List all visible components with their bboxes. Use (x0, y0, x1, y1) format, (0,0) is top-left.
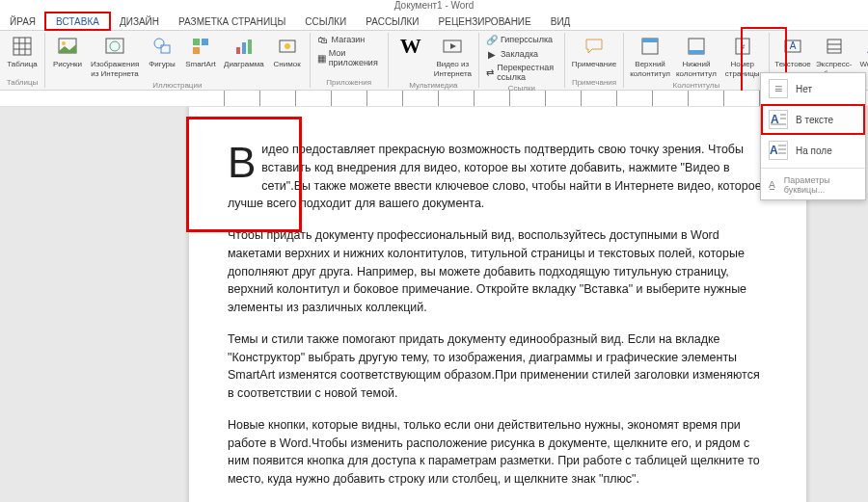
hyperlink-button[interactable]: 🔗Гиперссылка (483, 33, 560, 46)
dropcap-option-in-margin[interactable]: A На поле (761, 135, 865, 166)
ribbon-group-comments: Примечание Примечания (565, 33, 624, 88)
apps-icon: ▦ (317, 52, 326, 64)
shapes-icon (150, 35, 174, 58)
video-icon (441, 35, 464, 58)
svg-rect-13 (193, 47, 200, 54)
paragraph-2[interactable]: Чтобы придать документу профессиональный… (228, 226, 768, 317)
svg-rect-15 (242, 42, 246, 54)
my-apps-button[interactable]: ▦Мои приложения (314, 47, 384, 68)
ribbon-group-headerfooter: Верхний колонтитул Нижний колонтитул # Н… (624, 33, 770, 88)
dropcap-options-button[interactable]: A̲ Параметры буквицы... (761, 171, 865, 199)
ribbon-group-media: W Видео из Интернета Мультимедиа (389, 33, 479, 88)
dropcap-params-icon: A̲ (769, 179, 778, 191)
svg-marker-20 (450, 43, 456, 49)
table-icon (11, 35, 34, 58)
wordart-button[interactable]: A WordArt (855, 33, 868, 71)
drop-cap-letter: В (228, 141, 261, 180)
page[interactable]: Видео предоставляет прекрасную возможнос… (189, 107, 806, 502)
online-pictures-button[interactable]: Изображения из Интернета (88, 33, 142, 80)
paragraph-3[interactable]: Темы и стили также помогают придать доку… (228, 330, 768, 403)
tab-design[interactable]: ДИЗАЙН (110, 13, 169, 30)
table-button[interactable]: Таблица (4, 33, 41, 71)
chart-icon (232, 35, 256, 58)
tab-partial[interactable]: ЙРАЯ (0, 13, 45, 30)
wiki-icon: W (399, 35, 422, 58)
ribbon-group-illustrations: Рисунки Изображения из Интернета Фигуры … (45, 33, 311, 88)
bookmark-button[interactable]: ▶Закладка (483, 47, 560, 61)
dropcap-option-none[interactable]: ≡ Нет (761, 73, 865, 104)
image-icon (56, 35, 79, 58)
crossref-button[interactable]: ⇄Перекрестная ссылка (483, 62, 560, 83)
wordart-icon: A (862, 35, 868, 58)
document-area: Видео предоставляет прекрасную возможнос… (0, 107, 868, 502)
svg-text:A: A (770, 144, 778, 157)
header-button[interactable]: Верхний колонтитул (628, 33, 672, 80)
svg-rect-0 (14, 38, 31, 55)
bookmark-icon: ▶ (486, 48, 498, 60)
dropcap-option-in-text[interactable]: A В тексте (761, 104, 865, 135)
title-bar: Документ1 - Word (0, 0, 868, 12)
tab-page-layout[interactable]: РАЗМЕТКА СТРАНИЦЫ (169, 13, 295, 30)
link-icon: 🔗 (486, 34, 498, 45)
svg-point-6 (62, 41, 66, 45)
ribbon-group-tables: Таблица Таблицы (0, 33, 45, 88)
ribbon-group-apps: 🛍Магазин ▦Мои приложения Приложения (311, 33, 389, 88)
textbox-icon: A (781, 35, 804, 58)
svg-rect-12 (202, 39, 208, 45)
crossref-icon: ⇄ (486, 66, 494, 78)
svg-point-18 (285, 43, 290, 49)
svg-rect-11 (193, 39, 200, 45)
page-number-button[interactable]: # Номер страницы (720, 33, 765, 80)
screenshot-button[interactable]: Снимок (269, 33, 306, 71)
online-video-button[interactable]: Видео из Интернета (431, 33, 475, 80)
tab-mailings[interactable]: РАССЫЛКИ (356, 13, 428, 30)
svg-rect-14 (236, 47, 240, 54)
svg-rect-22 (642, 39, 658, 42)
drop-cap-dropdown: ≡ Нет A В тексте A На поле A̲ Параметры … (760, 72, 866, 200)
tab-references[interactable]: ССЫЛКИ (295, 13, 356, 30)
svg-point-9 (154, 39, 164, 48)
chart-button[interactable]: Диаграмма (221, 33, 267, 71)
pagenumber-icon: # (731, 35, 754, 58)
header-icon (638, 35, 662, 58)
svg-rect-24 (689, 50, 704, 54)
window-title: Документ1 - Word (394, 0, 475, 11)
tab-view[interactable]: ВИД (541, 13, 581, 30)
horizontal-ruler[interactable] (0, 91, 868, 107)
svg-rect-16 (248, 40, 252, 54)
ribbon-group-links: 🔗Гиперссылка ▶Закладка ⇄Перекрестная ссы… (479, 33, 565, 88)
dropcap-intext-icon: A (769, 110, 788, 129)
store-icon: 🛍 (317, 34, 329, 45)
comment-icon (583, 35, 606, 58)
paragraph-4[interactable]: Новые кнопки, которые видны, только если… (228, 416, 768, 489)
smartart-icon (189, 35, 212, 58)
svg-rect-29 (827, 40, 841, 53)
paragraph-1[interactable]: Видео предоставляет прекрасную возможнос… (228, 141, 768, 213)
dropdown-separator (761, 168, 865, 169)
quickparts-icon (823, 35, 846, 58)
store-button[interactable]: 🛍Магазин (314, 33, 384, 46)
footer-icon (685, 35, 708, 58)
shapes-button[interactable]: Фигуры (144, 33, 180, 71)
comment-button[interactable]: Примечание (569, 33, 619, 71)
online-image-icon (103, 35, 126, 58)
screenshot-icon (276, 35, 299, 58)
pictures-button[interactable]: Рисунки (49, 33, 86, 71)
wiki-button[interactable]: W (393, 33, 429, 71)
dropcap-margin-icon: A (769, 141, 788, 160)
footer-button[interactable]: Нижний колонтитул (674, 33, 719, 80)
tab-insert[interactable]: ВСТАВКА (45, 13, 110, 30)
ribbon-tabs: ЙРАЯ ВСТАВКА ДИЗАЙН РАЗМЕТКА СТРАНИЦЫ СС… (0, 12, 868, 31)
ribbon: Таблица Таблицы Рисунки Изображения из И… (0, 31, 868, 91)
svg-text:A: A (790, 40, 797, 51)
dropcap-none-icon: ≡ (769, 79, 788, 98)
svg-point-8 (110, 41, 120, 51)
smartart-button[interactable]: SmartArt (182, 33, 219, 71)
tab-review[interactable]: РЕЦЕНЗИРОВАНИЕ (429, 13, 541, 30)
svg-text:#: # (740, 42, 745, 51)
